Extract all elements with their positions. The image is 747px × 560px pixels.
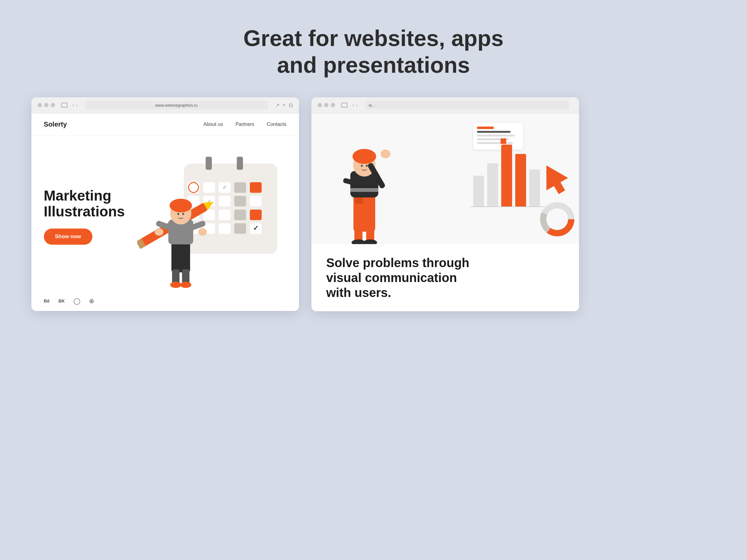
svg-rect-62 — [350, 188, 378, 192]
svg-point-38 — [170, 199, 192, 212]
page-title-section: Great for websites, apps and presentatio… — [243, 25, 504, 79]
right-person-illustration — [324, 113, 405, 244]
svg-point-34 — [170, 282, 181, 288]
share-icon[interactable]: ↗ — [275, 102, 279, 108]
svg-rect-15 — [250, 196, 262, 207]
dot-red-r — [318, 103, 322, 107]
browser-chrome-left: ‹ › www.welovegraphics.ru ↗ + ⊡ — [31, 97, 299, 113]
browser-actions-left: ↗ + ⊡ — [275, 102, 292, 108]
site-hero: Marketing Illustrations Show now — [31, 136, 299, 291]
vk-icon[interactable]: ВК — [58, 298, 65, 303]
svg-point-35 — [180, 282, 191, 288]
browsers-row: ‹ › www.welovegraphics.ru ↗ + ⊡ Solerty … — [31, 97, 716, 311]
donut-chart-illustration — [539, 201, 576, 238]
dot-red — [37, 103, 42, 107]
right-heading: Solve problems through visual communicat… — [326, 255, 564, 300]
site-footer-social: Bē ВК ◯ ⊕ — [31, 291, 299, 311]
hero-show-now-button[interactable]: Show now — [44, 229, 93, 245]
dot-green — [51, 103, 55, 107]
back-arrow-r[interactable]: ‹ — [353, 102, 354, 108]
svg-rect-25 — [234, 223, 246, 234]
right-site-content: Solve problems through visual communicat… — [311, 113, 579, 311]
behance-icon[interactable]: Bē — [44, 298, 50, 303]
left-site-content: Solerty About us Partners Contacts Marke… — [31, 113, 299, 311]
svg-rect-50 — [500, 138, 506, 144]
svg-point-44 — [198, 228, 207, 236]
svg-rect-46 — [487, 163, 498, 207]
forward-arrow[interactable]: › — [76, 102, 77, 108]
back-arrow[interactable]: ‹ — [73, 102, 74, 108]
right-text-section: Solve problems through visual communicat… — [311, 244, 579, 311]
person-illustration — [137, 157, 224, 288]
right-browser-window: ‹ › w... — [311, 97, 579, 311]
forward-arrow-r[interactable]: › — [356, 102, 358, 108]
svg-point-39 — [177, 213, 179, 215]
nav-arrows-left: ‹ › — [73, 102, 78, 108]
svg-point-64 — [353, 149, 376, 164]
svg-rect-45 — [473, 176, 484, 207]
tab-icon-right — [341, 103, 347, 108]
instagram-icon[interactable]: ◯ — [73, 297, 80, 305]
add-tab-icon[interactable]: + — [283, 102, 285, 108]
svg-point-43 — [155, 228, 163, 236]
svg-rect-14 — [234, 196, 246, 207]
browser-chrome-right: ‹ › w... — [311, 97, 579, 113]
dot-yellow — [44, 103, 49, 107]
svg-marker-52 — [536, 159, 572, 198]
hero-heading: Marketing Illustrations — [44, 188, 131, 219]
svg-point-60 — [363, 239, 377, 244]
hero-illustration: ✓ ✓ — [131, 145, 287, 288]
svg-rect-70 — [355, 197, 363, 204]
svg-rect-9 — [250, 182, 262, 193]
dot-yellow-r — [324, 103, 329, 107]
site-logo: Solerty — [44, 120, 67, 128]
svg-rect-48 — [515, 154, 526, 207]
left-browser-window: ‹ › www.welovegraphics.ru ↗ + ⊡ Solerty … — [31, 97, 299, 311]
svg-rect-2 — [237, 157, 243, 170]
svg-rect-47 — [501, 144, 512, 207]
url-bar-left[interactable]: www.welovegraphics.ru — [85, 101, 268, 109]
site-nav-links: About us Partners Contacts — [204, 122, 287, 127]
browser-dots-left — [37, 103, 55, 107]
svg-point-66 — [366, 164, 368, 167]
dribbble-icon[interactable]: ⊕ — [89, 297, 94, 305]
svg-point-59 — [352, 239, 365, 244]
nav-link-about[interactable]: About us — [204, 122, 223, 127]
browser-dots-right — [318, 103, 335, 107]
page-title: Great for websites, apps and presentatio… — [243, 25, 504, 79]
svg-text:✓: ✓ — [253, 224, 259, 232]
svg-rect-8 — [234, 182, 246, 193]
svg-rect-19 — [234, 210, 246, 220]
menu-icon[interactable]: ⊡ — [289, 102, 293, 108]
svg-rect-20 — [250, 210, 262, 220]
svg-point-40 — [182, 213, 184, 215]
site-nav: Solerty About us Partners Contacts — [31, 113, 299, 136]
nav-arrows-right: ‹ › — [353, 102, 358, 108]
url-bar-right[interactable]: w... — [365, 101, 569, 109]
nav-link-partners[interactable]: Partners — [235, 122, 254, 127]
svg-rect-31 — [172, 241, 190, 272]
svg-point-68 — [381, 150, 390, 158]
svg-point-65 — [361, 164, 363, 167]
nav-link-contacts[interactable]: Contacts — [267, 122, 286, 127]
hero-text: Marketing Illustrations Show now — [44, 188, 131, 245]
tab-icon-left — [61, 103, 68, 108]
dot-green-r — [331, 103, 335, 107]
right-illustration — [311, 113, 579, 244]
